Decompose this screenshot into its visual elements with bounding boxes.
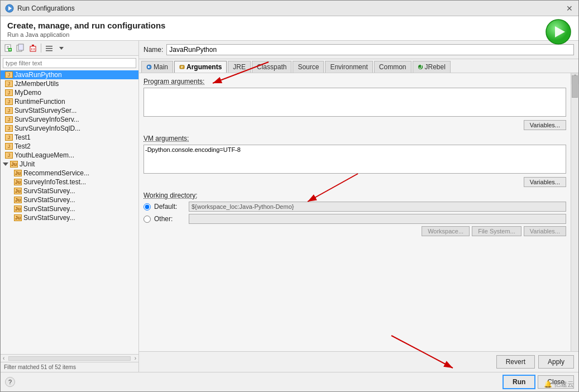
dropdown-button[interactable]: [56, 42, 67, 54]
tab-source[interactable]: Source: [293, 61, 324, 73]
tab-content-area: Program arguments: Variables... VM argum…: [139, 73, 578, 351]
duplicate-button[interactable]: [15, 42, 26, 54]
left-status: Filter matched 51 of 52 items: [1, 362, 138, 372]
tree-item-label: SurvStatSurvey...: [23, 205, 75, 213]
filesystem-button[interactable]: File System...: [472, 226, 521, 236]
tabs-row: Main Arguments JRE Classpath: [139, 59, 578, 73]
junit-group-header[interactable]: Ju JUnit: [1, 160, 138, 169]
tab-jre[interactable]: JRE: [228, 61, 251, 73]
java-icon: J: [5, 125, 13, 132]
tree-item-label: SurvSurveyInfoSqlD...: [15, 125, 80, 132]
tree-item-JzMemberUtils[interactable]: J JzMemberUtils: [1, 79, 138, 88]
delete-button[interactable]: [27, 42, 39, 54]
right-panel: Name: Main Ar: [139, 41, 578, 372]
apply-button[interactable]: Apply: [538, 355, 574, 369]
scroll-right-icon: ›: [132, 355, 138, 361]
junit-icon: Ju: [14, 197, 22, 203]
tree-item-RecommendService[interactable]: Ju RecommendService...: [1, 169, 138, 178]
filter-input[interactable]: [3, 58, 136, 68]
tree-item-label: SurvStatSurvey...: [23, 187, 75, 195]
vm-args-label: VM arguments:: [143, 135, 566, 142]
tree-item-label: YouthLeagueMem...: [15, 151, 74, 159]
main-tab-icon: [146, 64, 152, 70]
tree-container: J JavaRunPython J JzMemberUtils J MyDemo…: [1, 70, 138, 354]
junit-icon: Ju: [14, 188, 22, 194]
tree-item-Test2[interactable]: J Test2: [1, 142, 138, 151]
tree-item-Test1[interactable]: J Test1: [1, 133, 138, 142]
java-icon: J: [5, 71, 13, 78]
scroll-left-icon: ‹: [1, 355, 7, 361]
tree-item-SurvSurveyInfoServ[interactable]: J SurvSurveyInfoServ...: [1, 115, 138, 124]
junit-group-icon: Ju: [10, 161, 18, 168]
java-icon: J: [5, 80, 13, 87]
java-icon: J: [5, 116, 13, 123]
right-scrollbar[interactable]: [571, 73, 578, 351]
dialog-title: Run Configurations: [17, 4, 75, 12]
tree-item-SurvStatSurvey3[interactable]: Ju SurvStatSurvey...: [1, 204, 138, 213]
tab-classpath[interactable]: Classpath: [252, 61, 291, 73]
run-button[interactable]: Run: [503, 375, 535, 389]
tree-item-SurveyInfoTest[interactable]: Ju SurveyInfoTest.test...: [1, 178, 138, 187]
tree-item-SurvStatSurvey4[interactable]: Ju SurvStatSurvey...: [1, 213, 138, 222]
tree-item-YouthLeagueMem[interactable]: J YouthLeagueMem...: [1, 151, 138, 160]
program-variables-button[interactable]: Variables...: [524, 120, 566, 130]
svg-rect-12: [30, 46, 36, 51]
other-dir-input[interactable]: [189, 214, 566, 224]
vm-vars-row: Variables...: [143, 177, 566, 187]
tree-item-SurvSurveyInfoSqlD[interactable]: J SurvSurveyInfoSqlD...: [1, 124, 138, 133]
jre-tab-label: JRE: [233, 63, 246, 71]
other-radio[interactable]: [143, 216, 151, 223]
title-bar-left: Run Configurations: [5, 4, 75, 13]
tree-item-label: SurvSurveyInfoServ...: [15, 116, 79, 123]
close-button[interactable]: ✕: [565, 4, 574, 13]
group-label: JUnit: [20, 160, 35, 168]
watermark-icon: 🔔: [544, 380, 552, 388]
new-config-button[interactable]: [3, 42, 14, 54]
program-args-input[interactable]: [143, 88, 566, 117]
name-row: Name:: [139, 41, 578, 59]
bottom-bar: Revert Apply: [139, 351, 578, 372]
group-arrow-icon: [3, 162, 8, 166]
tab-common[interactable]: Common: [374, 61, 411, 73]
svg-rect-18: [46, 50, 52, 51]
tree-item-SurvStatSurvey1[interactable]: Ju SurvStatSurvey...: [1, 187, 138, 195]
header-subtitle: Run a Java application: [7, 31, 572, 38]
arguments-tab-content: Program arguments: Variables... VM argum…: [139, 73, 571, 351]
tree-item-SurvStatSurveySer1[interactable]: J SurvStatSurveySer...: [1, 106, 138, 115]
help-button[interactable]: ?: [5, 377, 15, 387]
tree-item-label: MyDemo: [15, 89, 41, 97]
revert-button[interactable]: Revert: [496, 355, 535, 369]
tree-item-RuntimeFunction[interactable]: J RuntimeFunction: [1, 97, 138, 106]
tree-item-JavaRunPython[interactable]: J JavaRunPython: [1, 70, 138, 79]
left-panel: J JavaRunPython J JzMemberUtils J MyDemo…: [1, 41, 139, 372]
dialog-icon: [5, 4, 14, 13]
run-button-top[interactable]: [545, 18, 572, 47]
vm-variables-button[interactable]: Variables...: [524, 177, 566, 187]
tree-item-MyDemo[interactable]: J MyDemo: [1, 88, 138, 97]
junit-icon: Ju: [14, 214, 22, 221]
tab-arguments[interactable]: Arguments: [174, 61, 227, 73]
left-toolbar: [1, 41, 138, 56]
java-icon: J: [5, 98, 13, 105]
vm-args-input[interactable]: -Dpython.console.encoding=UTF-8: [143, 145, 566, 174]
name-label: Name:: [143, 46, 163, 54]
collapse-button[interactable]: [44, 42, 55, 54]
program-args-label: Program arguments:: [143, 78, 566, 85]
title-bar: Run Configurations ✕: [1, 1, 578, 16]
tab-main[interactable]: Main: [141, 61, 173, 73]
tab-environment[interactable]: Environment: [325, 61, 372, 73]
tree-item-SurvStatSurvey2[interactable]: Ju SurvStatSurvey...: [1, 195, 138, 204]
horizontal-scroll[interactable]: ‹ ›: [1, 354, 138, 362]
dir-variables-button[interactable]: Variables...: [524, 226, 566, 236]
tab-jrebel[interactable]: J JRebel: [413, 61, 451, 73]
tree-item-label: SurvStatSurvey...: [23, 196, 75, 204]
hscroll-thumb[interactable]: [8, 356, 130, 361]
name-input[interactable]: [166, 44, 574, 55]
default-radio-label: Default:: [154, 203, 185, 211]
scrollbar-thumb[interactable]: [572, 75, 578, 98]
workspace-button[interactable]: Workspace...: [422, 226, 470, 236]
default-radio[interactable]: [143, 203, 151, 211]
tree-item-label: RuntimeFunction: [15, 98, 65, 106]
header-section: Create, manage, and run configurations R…: [1, 16, 578, 41]
common-tab-label: Common: [379, 63, 406, 71]
